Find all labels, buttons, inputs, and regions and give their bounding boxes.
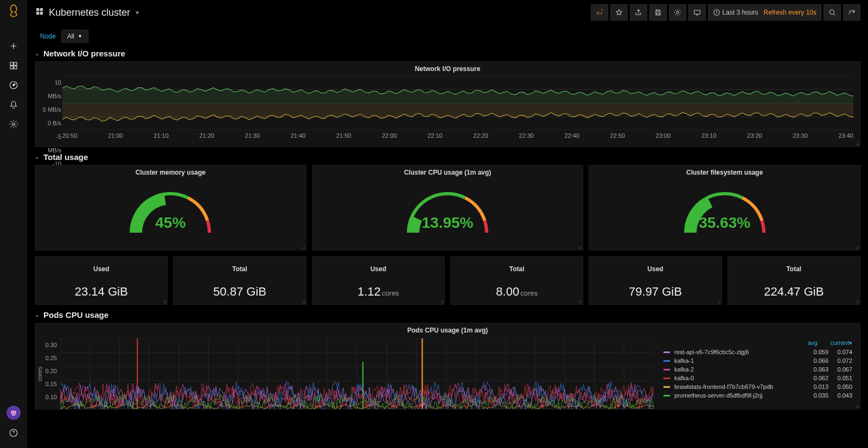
resize-handle-icon[interactable] — [856, 300, 859, 303]
panel-stat[interactable]: Total 50.87 GiB — [173, 256, 306, 305]
template-variables-row: Node All ▼ — [35, 29, 860, 43]
chart-canvas — [62, 76, 853, 130]
panel-stat[interactable]: Used 79.97 GiB — [589, 256, 722, 305]
zoom-out-button[interactable] — [824, 4, 841, 21]
time-range-label: Last 3 hours — [723, 9, 758, 16]
panel-title: Cluster memory usage — [35, 165, 306, 180]
panel-gauge[interactable]: Cluster CPU usage (1m avg) 13.95% — [312, 165, 584, 251]
row-title-pods: Pods CPU usage — [43, 310, 108, 319]
dashboard-icon — [35, 7, 44, 19]
svg-point-14 — [676, 11, 679, 14]
legend-current: 0.051 — [828, 375, 852, 381]
stat-value: 1.12cores — [358, 285, 399, 299]
legend-series-name: brawlstats-frontend-f7b7cb679-v7pdb — [674, 383, 805, 390]
legend-current: 0.043 — [828, 392, 852, 399]
gauge-value: 35.63% — [681, 214, 768, 232]
legend-swatch-icon — [663, 386, 670, 388]
resize-handle-icon[interactable] — [578, 300, 582, 303]
legend-swatch-icon — [663, 377, 670, 379]
legend-series-name: kafka-1 — [674, 357, 805, 364]
panel-gauge[interactable]: Cluster filesystem usage 35.63% — [589, 165, 860, 251]
svg-point-17 — [829, 10, 834, 14]
panel-title: Total — [174, 262, 305, 276]
save-button[interactable] — [649, 4, 667, 21]
side-menu — [0, 0, 27, 448]
add-icon[interactable] — [0, 36, 27, 56]
y-axis-ticks: 0.300.250.200.150.10 — [42, 338, 57, 404]
legend-swatch-icon — [663, 395, 670, 396]
gauge-value: 45% — [127, 214, 214, 232]
grafana-logo-icon[interactable] — [5, 3, 22, 21]
legend-item[interactable]: kafka-0 0.062 0.051 — [660, 374, 856, 382]
dashboard-title-dropdown[interactable]: Kubernetes cluster ▼ — [35, 7, 140, 19]
legend-item[interactable]: brawlstats-frontend-f7b7cb679-v7pdb 0.01… — [660, 382, 856, 391]
variable-node-label: Node — [35, 29, 61, 43]
resize-handle-icon[interactable] — [302, 300, 305, 303]
refresh-button[interactable] — [843, 4, 860, 21]
panel-stat[interactable]: Used 1.12cores — [312, 256, 445, 305]
dashboards-icon[interactable] — [0, 56, 27, 75]
resize-handle-icon[interactable] — [163, 300, 166, 303]
variable-node-dropdown[interactable]: All ▼ — [61, 30, 88, 43]
auto-refresh-label: Refresh every 10s — [764, 9, 816, 16]
panel-pods-cpu[interactable]: Pods CPU usage (1m avg) cores 0.300.250.… — [35, 323, 860, 409]
resize-handle-icon[interactable] — [578, 246, 582, 249]
resize-handle-icon[interactable] — [856, 142, 859, 145]
panel-stat[interactable]: Used 23.14 GiB — [35, 256, 168, 305]
svg-rect-6 — [11, 411, 16, 414]
legend-item[interactable]: prometheus-server-d5dfbdf9f-j2rjj 0.035 … — [660, 391, 856, 400]
legend-item[interactable]: kafka-2 0.063 0.067 — [660, 365, 856, 374]
panel-stat[interactable]: Total 8.00cores — [450, 256, 583, 305]
panel-title: Used — [35, 262, 167, 276]
legend-avg: 0.062 — [805, 375, 828, 381]
add-panel-button[interactable] — [591, 4, 608, 21]
config-icon[interactable] — [0, 114, 27, 134]
legend-item[interactable]: rest-api-v6-7c9f6cbc5c-zlgj6 0.059 0.074 — [660, 348, 856, 356]
resize-handle-icon[interactable] — [440, 300, 443, 303]
resize-handle-icon[interactable] — [856, 405, 859, 408]
time-range-picker[interactable]: Last 3 hours Refresh every 10s — [708, 4, 821, 21]
resize-handle-icon[interactable] — [302, 246, 305, 249]
legend-header-current[interactable]: current▾ — [831, 340, 852, 347]
panel-gauge[interactable]: Cluster memory usage 45% — [35, 165, 307, 251]
panel-stat[interactable]: Total 224.47 GiB — [727, 256, 860, 305]
explore-icon[interactable] — [0, 75, 27, 95]
row-toggle-network[interactable]: ⌄ Network I/O pressure — [35, 49, 860, 58]
chevron-down-icon: ⌄ — [35, 312, 39, 318]
chart-legend: avg current▾ rest-api-v6-7c9f6cbc5c-zlgj… — [660, 338, 856, 400]
chevron-down-icon: ⌄ — [35, 154, 39, 160]
stat-value: 79.97 GiB — [629, 285, 682, 299]
legend-item[interactable]: kafka-1 0.066 0.072 — [660, 356, 856, 365]
panel-network-io[interactable]: Network I/O pressure 10 MB/s5 MB/s0 B/s-… — [35, 61, 860, 147]
legend-header-avg[interactable]: avg — [808, 340, 818, 347]
cycle-view-button[interactable] — [688, 4, 706, 21]
row-title-network: Network I/O pressure — [43, 49, 125, 58]
svg-point-7 — [12, 412, 14, 413]
gauge-value: 13.95% — [404, 214, 491, 232]
svg-point-5 — [12, 123, 15, 126]
chevron-down-icon: ▼ — [78, 34, 82, 39]
help-icon[interactable] — [0, 423, 27, 443]
legend-series-name: rest-api-v6-7c9f6cbc5c-zlgj6 — [674, 349, 805, 355]
resize-handle-icon[interactable] — [856, 246, 859, 249]
svg-rect-10 — [36, 8, 39, 11]
resize-handle-icon[interactable] — [717, 300, 720, 303]
settings-button[interactable] — [669, 4, 686, 21]
row-toggle-pods[interactable]: ⌄ Pods CPU usage — [35, 310, 860, 319]
alerting-icon[interactable] — [0, 95, 27, 114]
star-button[interactable] — [610, 4, 628, 21]
legend-current: 0.050 — [828, 383, 852, 390]
share-button[interactable] — [630, 4, 647, 21]
panel-title: Total — [728, 262, 860, 276]
legend-avg: 0.059 — [805, 349, 828, 355]
stat-value: 23.14 GiB — [75, 285, 128, 299]
panel-title: Network I/O pressure — [35, 62, 860, 76]
stat-value: 8.00cores — [496, 285, 538, 299]
panel-title: Cluster CPU usage (1m avg) — [312, 165, 583, 180]
legend-current: 0.067 — [828, 366, 852, 373]
user-avatar-icon[interactable] — [7, 406, 21, 420]
svg-rect-3 — [14, 66, 17, 69]
stat-value: 224.47 GiB — [764, 285, 824, 299]
svg-rect-12 — [36, 11, 39, 14]
row-toggle-total[interactable]: ⌄ Total usage — [35, 152, 860, 162]
